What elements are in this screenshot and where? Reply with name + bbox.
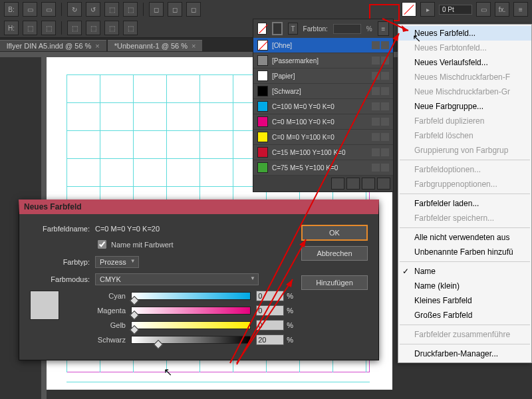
color-preview (30, 291, 59, 320)
link-icon[interactable]: ⬚ (23, 21, 37, 35)
lock-icon (372, 41, 380, 49)
swatch-row[interactable]: C=0 M=100 Y=0 K=0 (253, 114, 393, 130)
cancel-button[interactable]: Abbrechen (301, 246, 368, 261)
link-icon[interactable]: ⬚ (41, 21, 56, 35)
slider-value-field[interactable] (256, 320, 284, 331)
swatch-row[interactable]: C=100 M=0 Y=0 K=0 (253, 99, 393, 114)
menu-item: Farbfelder speichern... (398, 211, 531, 225)
color-slider[interactable] (131, 321, 251, 329)
close-icon[interactable]: × (192, 42, 196, 50)
corner-icon[interactable]: ▭ (476, 2, 491, 17)
new-swatch-icon[interactable] (346, 178, 360, 190)
ok-button[interactable]: OK (301, 225, 368, 241)
slider-value-field[interactable] (256, 334, 284, 345)
menu-icon[interactable]: ≡ (513, 2, 528, 17)
add-button[interactable]: Hinzufügen (301, 275, 368, 290)
menu-item[interactable]: Neues Farbfeld... (398, 26, 531, 41)
menu-item[interactable]: Neue Farbgruppe... (398, 99, 531, 114)
stroke-weight-arrow[interactable]: ▸ (420, 2, 435, 17)
align-icon[interactable]: ⬚ (67, 21, 82, 35)
slider-value-field[interactable] (256, 291, 284, 301)
swatch-row[interactable]: C=0 M=0 Y=100 K=0 (253, 130, 393, 145)
stroke-none-icon[interactable] (402, 2, 416, 17)
swatch-chip-icon (257, 116, 268, 127)
color-slider[interactable] (131, 336, 251, 344)
rotate-icon[interactable]: ↻ (67, 2, 82, 17)
menu-item[interactable]: Name (klein) (398, 279, 531, 293)
swatch-row[interactable]: [Papier] (253, 68, 393, 84)
swatch-row[interactable]: [Schwarz] (253, 84, 393, 99)
flip-v-icon[interactable]: ▭ (41, 2, 56, 17)
align-icon[interactable]: ⬚ (86, 21, 100, 35)
doc-tab[interactable]: *Unbenannt-1 @ 56 %× (108, 40, 203, 51)
type-icon (381, 118, 389, 126)
swatch-name-value: C=0 M=0 Y=0 K=20 (95, 225, 160, 233)
tint-label: Farbton: (303, 25, 328, 33)
panel-menu-icon[interactable]: ≡ (378, 21, 389, 36)
align-icon[interactable]: ⬚ (123, 21, 138, 35)
flip-h-icon[interactable]: ▭ (23, 2, 37, 17)
color-mode-dropdown[interactable]: CMYK (95, 273, 259, 285)
lock-icon (372, 57, 380, 65)
swatch-chip-icon (257, 55, 268, 66)
color-slider[interactable] (131, 307, 251, 315)
effects-icon[interactable]: fx. (495, 2, 509, 17)
align-icon[interactable]: ⬚ (104, 21, 119, 35)
lock-icon (372, 133, 380, 141)
swatch-row[interactable]: C=75 M=5 Y=100 K=0 (253, 160, 393, 176)
color-slider[interactable] (131, 292, 251, 300)
lock-icon (372, 72, 380, 80)
type-icon (381, 148, 389, 156)
menu-item[interactable]: Alle nicht verwendeten aus (398, 230, 531, 245)
pathfinder-icon[interactable]: ◻ (149, 2, 164, 17)
swatch-name: C=0 M=100 Y=0 K=0 (272, 118, 370, 126)
swatch-name: [Schwarz] (272, 88, 370, 95)
shear-icon[interactable]: ⬚ (104, 2, 119, 17)
slider-label: Gelb (66, 321, 131, 329)
stroke-proxy-icon[interactable] (272, 22, 283, 35)
type-icon (381, 87, 389, 95)
swatch-row[interactable]: [Ohne] (253, 38, 393, 53)
fill-proxy-icon[interactable] (257, 23, 267, 35)
swatch-row[interactable]: [Passermarken] (253, 53, 393, 68)
type-icon (381, 102, 389, 110)
menu-item[interactable]: Neues Verlaufsfeld... (398, 55, 531, 70)
color-mode-label: Farbmodus: (30, 275, 95, 283)
rotate-icon[interactable]: ↺ (86, 2, 100, 17)
menu-item: Neue Mischdruckfarben-Gr (398, 84, 531, 99)
swatch-chip-icon (257, 132, 268, 142)
text-proxy-icon[interactable]: T (288, 23, 297, 35)
swatch-chip-icon (257, 70, 268, 81)
tool-icon[interactable]: B: (4, 2, 19, 17)
menu-item[interactable]: Farbfelder laden... (398, 196, 531, 211)
menu-item[interactable]: Unbenannte Farben hinzufü (398, 245, 531, 259)
menu-item[interactable]: Druckfarben-Manager... (398, 346, 531, 361)
close-icon[interactable]: × (95, 42, 99, 50)
new-group-icon[interactable] (331, 178, 344, 190)
slider-label: Magenta (66, 307, 131, 315)
type-icon (381, 57, 389, 65)
menu-item: Farbfeld duplizieren (398, 114, 531, 128)
doc-tab[interactable]: lflyer DIN A5.indd @ 56 %× (0, 40, 106, 51)
swatch-row[interactable]: C=15 M=100 Y=100 K=0 (253, 145, 393, 160)
slider-value-field[interactable] (256, 305, 284, 316)
name-with-color-checkbox[interactable]: Name mit Farbwert (95, 238, 293, 251)
trash-icon[interactable] (377, 178, 390, 190)
tint-field[interactable] (333, 24, 361, 34)
new-swatch-dialog: Farbfeldname: C=0 M=0 Y=0 K=20 Name mit … (19, 200, 379, 360)
swatch-name: C=75 M=5 Y=100 K=0 (272, 164, 370, 172)
shear-icon[interactable]: ⬚ (123, 2, 138, 17)
tool-icon[interactable]: H: (4, 21, 19, 35)
type-icon (381, 72, 389, 80)
stroke-weight-field[interactable] (439, 5, 472, 15)
menu-item[interactable]: Name (398, 264, 531, 279)
pathfinder-icon[interactable]: ◻ (168, 2, 182, 17)
menu-item[interactable]: Kleines Farbfeld (398, 293, 531, 308)
slider-label: Cyan (66, 292, 131, 300)
lock-icon (372, 87, 380, 95)
menu-item[interactable]: Großes Farbfeld (398, 308, 531, 323)
menu-item: Farbfeldoptionen... (398, 162, 531, 177)
new-swatch-icon[interactable] (362, 178, 375, 190)
color-type-dropdown[interactable]: Prozess (95, 256, 139, 268)
pathfinder-icon[interactable]: ◻ (186, 2, 201, 17)
